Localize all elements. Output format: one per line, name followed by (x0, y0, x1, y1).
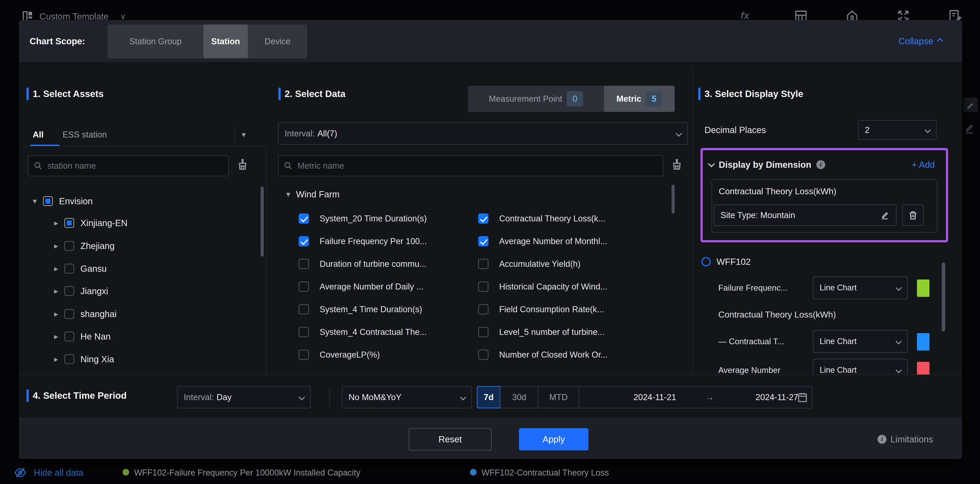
metric-row[interactable]: Average Number of Monthl... (478, 232, 607, 251)
scope-tab-station[interactable]: Station (204, 24, 248, 58)
metric-row[interactable]: System_4 Contractual The... (299, 322, 427, 342)
toggle-metric[interactable]: Metric 5 (604, 86, 675, 112)
time-interval-select[interactable]: Interval: Day (177, 386, 311, 408)
metric-checkbox[interactable] (478, 281, 488, 292)
tree-checkbox[interactable] (43, 196, 53, 206)
asset-type-dropdown-caret-icon[interactable]: ▾ (242, 125, 246, 144)
start-date-value[interactable]: 2024-11-21 (621, 387, 688, 408)
series-chart-type-select[interactable]: Line Chart (813, 276, 908, 299)
metric-checkbox[interactable] (299, 213, 309, 224)
series-chart-type-select[interactable]: Line Chart (813, 330, 908, 353)
metric-row[interactable]: Number of Closed Work Or... (478, 345, 608, 365)
caret-right-icon[interactable]: ▸ (54, 218, 58, 228)
delete-dimension-button[interactable] (902, 205, 924, 226)
reset-button[interactable]: Reset (409, 428, 492, 451)
metric-row[interactable]: Duration of turbine commu... (299, 254, 426, 274)
metric-row[interactable]: Historical Capacity of Wind... (478, 277, 608, 297)
tree-checkbox[interactable] (64, 286, 74, 296)
tree-checkbox[interactable] (64, 332, 74, 341)
clear-filter-broom-icon[interactable] (670, 159, 683, 171)
station-search-input[interactable] (47, 161, 223, 171)
metric-checkbox[interactable] (299, 327, 309, 337)
scope-tab-device[interactable]: Device (248, 24, 307, 58)
metric-row[interactable]: System_4 Time Duration(s) (299, 300, 422, 319)
limitations-link[interactable]: Limitations (878, 428, 933, 451)
tree-item-jiangxi[interactable]: ▸ Jiangxi (54, 281, 108, 301)
metric-row[interactable]: Accumulative Yield(h) (478, 254, 581, 274)
metric-checkbox[interactable] (299, 259, 309, 269)
metric-row[interactable]: Average Number of Daily ... (299, 277, 423, 297)
quick-range-mtd[interactable]: MTD (538, 387, 579, 408)
caret-right-icon[interactable]: ▸ (54, 332, 58, 341)
clear-filter-broom-icon[interactable] (236, 159, 249, 171)
station-radio[interactable] (702, 257, 711, 267)
metric-checkbox[interactable] (299, 281, 309, 292)
tree-item-he-nan[interactable]: ▸ He Nan (54, 327, 111, 346)
metric-checkbox[interactable] (478, 236, 488, 246)
legend-item-label[interactable]: WFF102-Failure Frequency Per 10000kW Ins… (134, 467, 360, 479)
station-radio-row[interactable]: WFF102 (702, 253, 751, 271)
series-color-swatch[interactable] (917, 279, 929, 297)
collapse-button[interactable]: Collapse (899, 20, 942, 62)
metrics-scrollbar[interactable] (671, 185, 675, 214)
edit-pencil-icon[interactable] (880, 210, 890, 220)
add-dimension-button[interactable]: + Add (912, 157, 935, 173)
scope-tab-station-group[interactable]: Station Group (108, 24, 204, 58)
tree-checkbox[interactable] (64, 354, 74, 364)
display-by-dimension-header[interactable]: Display by Dimension (709, 157, 825, 173)
series-color-swatch[interactable] (917, 362, 929, 375)
hide-all-data-toggle[interactable]: Hide all data (13, 467, 83, 479)
metric-row[interactable]: Field Consumption Rate(k... (478, 300, 604, 319)
caret-right-icon[interactable]: ▸ (54, 354, 58, 364)
caret-right-icon[interactable]: ▸ (54, 264, 58, 273)
tree-item-envision[interactable]: ▾ Envision (33, 191, 93, 211)
toggle-measurement-point[interactable]: Measurement Point 0 (468, 86, 604, 112)
calendar-icon[interactable] (797, 392, 808, 403)
caret-right-icon[interactable]: ▸ (54, 286, 58, 296)
assets-scrollbar[interactable] (261, 186, 264, 257)
apply-button[interactable]: Apply (519, 428, 589, 451)
assets-tab-ess-station[interactable]: ESS station (63, 125, 107, 144)
caret-down-icon[interactable]: ▾ (286, 190, 290, 199)
tree-item-gansu[interactable]: ▸ Gansu (54, 259, 107, 278)
tree-checkbox[interactable] (64, 309, 74, 319)
mom-yoy-select[interactable]: No MoM&YoY (342, 386, 472, 408)
metric-row[interactable]: CoverageLP(%) (299, 345, 380, 365)
metric-checkbox[interactable] (478, 213, 488, 224)
metric-checkbox[interactable] (478, 304, 488, 314)
metric-checkbox[interactable] (299, 304, 309, 314)
tree-checkbox[interactable] (64, 264, 74, 273)
tree-checkbox[interactable] (64, 218, 74, 228)
assets-tab-all[interactable]: All (33, 125, 44, 144)
metric-row[interactable]: Level_5 number of turbine... (478, 322, 605, 342)
metric-row[interactable]: System_20 Time Duration(s) (299, 209, 427, 229)
quick-range-30d[interactable]: 30d (501, 387, 538, 408)
caret-right-icon[interactable]: ▸ (54, 309, 58, 319)
station-search-box[interactable] (28, 156, 229, 176)
metric-checkbox[interactable] (478, 259, 488, 269)
metric-search-box[interactable] (278, 156, 663, 176)
series-chart-type-select[interactable]: Line Chart (813, 359, 908, 375)
quick-range-7d[interactable]: 7d (477, 386, 501, 408)
tree-item-ning-xia[interactable]: ▸ Ning Xia (54, 349, 114, 369)
caret-down-icon[interactable]: ▾ (33, 197, 37, 206)
tree-item-xinjiang-en[interactable]: ▸ Xinjiang-EN (54, 213, 127, 233)
metric-group-wind-farm[interactable]: ▾ Wind Farm (286, 184, 340, 204)
decimal-places-select[interactable]: 2 (858, 120, 937, 140)
metric-checkbox[interactable] (478, 349, 488, 360)
series-color-swatch[interactable] (917, 333, 929, 351)
info-icon[interactable] (816, 160, 825, 169)
metric-search-input[interactable] (297, 161, 658, 171)
display-scrollbar[interactable] (942, 263, 945, 332)
metric-checkbox[interactable] (299, 349, 309, 360)
metric-interval-select[interactable]: Interval: All(7) (278, 122, 688, 144)
caret-right-icon[interactable]: ▸ (54, 241, 58, 251)
dimension-value-field[interactable]: Site Type: Mountain (714, 205, 896, 226)
tree-item-shanghai[interactable]: ▸ shanghai (54, 304, 116, 324)
legend-item-label[interactable]: WFF102-Contractual Theory Loss (482, 467, 609, 479)
metric-checkbox[interactable] (478, 327, 488, 337)
metric-row[interactable]: Contractual Theory Loss(k... (478, 209, 605, 229)
metric-checkbox[interactable] (299, 236, 309, 246)
metric-row[interactable]: Failure Frequency Per 100... (299, 232, 427, 251)
tree-item-zhejiang[interactable]: ▸ Zhejiang (54, 236, 115, 255)
